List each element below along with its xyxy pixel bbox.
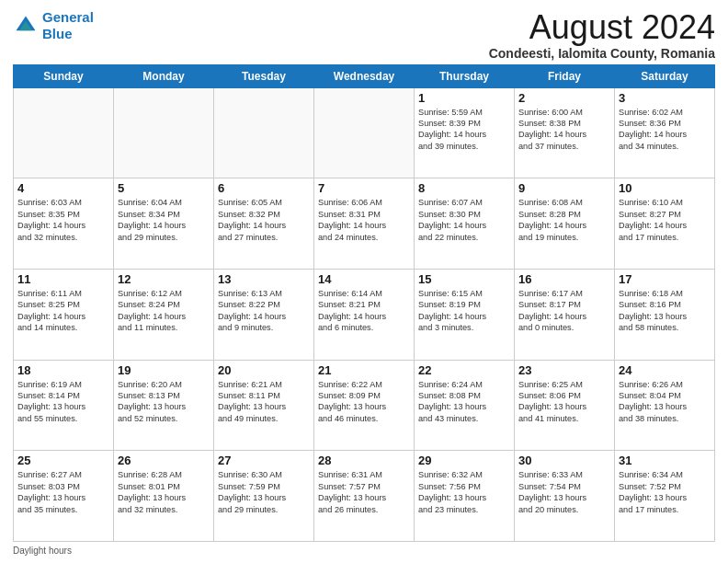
- col-header-monday: Monday: [114, 64, 214, 87]
- day-info: Sunrise: 6:19 AM Sunset: 8:14 PM Dayligh…: [17, 379, 109, 425]
- day-info: Sunrise: 6:18 AM Sunset: 8:16 PM Dayligh…: [619, 288, 711, 334]
- calendar-cell: [114, 87, 214, 178]
- day-number: 10: [619, 181, 711, 195]
- logo-text: General Blue: [42, 9, 94, 42]
- col-header-sunday: Sunday: [14, 64, 114, 87]
- day-number: 2: [518, 91, 610, 105]
- day-info: Sunrise: 6:24 AM Sunset: 8:08 PM Dayligh…: [418, 379, 510, 425]
- calendar-week-3: 18Sunrise: 6:19 AM Sunset: 8:14 PM Dayli…: [14, 360, 715, 451]
- day-info: Sunrise: 6:07 AM Sunset: 8:30 PM Dayligh…: [418, 197, 510, 243]
- day-info: Sunrise: 6:11 AM Sunset: 8:25 PM Dayligh…: [17, 288, 109, 334]
- calendar-table: SundayMondayTuesdayWednesdayThursdayFrid…: [13, 64, 715, 542]
- calendar-cell: 25Sunrise: 6:27 AM Sunset: 8:03 PM Dayli…: [14, 451, 114, 542]
- logo-line1: General: [42, 9, 94, 25]
- day-info: Sunrise: 6:22 AM Sunset: 8:09 PM Dayligh…: [318, 379, 410, 425]
- day-info: Sunrise: 6:27 AM Sunset: 8:03 PM Dayligh…: [17, 469, 109, 515]
- title-block: August 2024 Condeesti, Ialomita County, …: [489, 9, 715, 61]
- day-number: 17: [619, 272, 711, 286]
- day-number: 23: [518, 363, 610, 377]
- footer-note: Daylight hours: [13, 546, 715, 556]
- calendar-cell: 14Sunrise: 6:14 AM Sunset: 8:21 PM Dayli…: [314, 269, 415, 360]
- calendar-cell: 8Sunrise: 6:07 AM Sunset: 8:30 PM Daylig…: [415, 178, 515, 270]
- day-number: 28: [318, 454, 410, 467]
- calendar-cell: 20Sunrise: 6:21 AM Sunset: 8:11 PM Dayli…: [214, 360, 314, 451]
- logo-icon: [13, 13, 39, 39]
- calendar-cell: 26Sunrise: 6:28 AM Sunset: 8:01 PM Dayli…: [114, 451, 214, 542]
- day-number: 22: [418, 363, 510, 377]
- day-number: 27: [218, 454, 310, 467]
- day-number: 31: [619, 454, 711, 467]
- calendar-week-2: 11Sunrise: 6:11 AM Sunset: 8:25 PM Dayli…: [14, 269, 715, 360]
- calendar-cell: 9Sunrise: 6:08 AM Sunset: 8:28 PM Daylig…: [515, 178, 615, 270]
- calendar-cell: 4Sunrise: 6:03 AM Sunset: 8:35 PM Daylig…: [14, 178, 114, 270]
- calendar-cell: 21Sunrise: 6:22 AM Sunset: 8:09 PM Dayli…: [314, 360, 415, 451]
- day-number: 30: [518, 454, 610, 467]
- calendar-cell: 12Sunrise: 6:12 AM Sunset: 8:24 PM Dayli…: [114, 269, 214, 360]
- day-info: Sunrise: 6:25 AM Sunset: 8:06 PM Dayligh…: [518, 379, 610, 425]
- day-number: 21: [318, 363, 410, 377]
- col-header-wednesday: Wednesday: [314, 64, 415, 87]
- col-header-saturday: Saturday: [615, 64, 715, 87]
- day-number: 16: [518, 272, 610, 286]
- calendar-cell: 22Sunrise: 6:24 AM Sunset: 8:08 PM Dayli…: [415, 360, 515, 451]
- day-number: 8: [418, 181, 510, 195]
- day-info: Sunrise: 6:20 AM Sunset: 8:13 PM Dayligh…: [118, 379, 210, 425]
- calendar-cell: 31Sunrise: 6:34 AM Sunset: 7:52 PM Dayli…: [615, 451, 715, 542]
- day-number: 1: [418, 91, 510, 105]
- day-number: 26: [118, 454, 210, 467]
- day-number: 20: [218, 363, 310, 377]
- calendar-cell: 29Sunrise: 6:32 AM Sunset: 7:56 PM Dayli…: [415, 451, 515, 542]
- day-number: 9: [518, 181, 610, 195]
- calendar-cell: 27Sunrise: 6:30 AM Sunset: 7:59 PM Dayli…: [214, 451, 314, 542]
- calendar-header-row: SundayMondayTuesdayWednesdayThursdayFrid…: [14, 64, 715, 87]
- day-info: Sunrise: 6:30 AM Sunset: 7:59 PM Dayligh…: [218, 469, 310, 515]
- day-number: 11: [17, 272, 109, 286]
- calendar-cell: [314, 87, 415, 178]
- calendar-cell: 1Sunrise: 5:59 AM Sunset: 8:39 PM Daylig…: [415, 87, 515, 178]
- day-info: Sunrise: 6:03 AM Sunset: 8:35 PM Dayligh…: [17, 197, 109, 243]
- col-header-tuesday: Tuesday: [214, 64, 314, 87]
- calendar-cell: [214, 87, 314, 178]
- day-number: 25: [17, 454, 109, 467]
- day-number: 13: [218, 272, 310, 286]
- day-info: Sunrise: 5:59 AM Sunset: 8:39 PM Dayligh…: [418, 107, 510, 153]
- day-number: 18: [17, 363, 109, 377]
- col-header-thursday: Thursday: [415, 64, 515, 87]
- day-info: Sunrise: 6:05 AM Sunset: 8:32 PM Dayligh…: [218, 197, 310, 243]
- calendar-subtitle: Condeesti, Ialomita County, Romania: [489, 46, 715, 61]
- calendar-cell: 23Sunrise: 6:25 AM Sunset: 8:06 PM Dayli…: [515, 360, 615, 451]
- header: General Blue August 2024 Condeesti, Ialo…: [13, 9, 715, 61]
- col-header-friday: Friday: [515, 64, 615, 87]
- day-info: Sunrise: 6:34 AM Sunset: 7:52 PM Dayligh…: [619, 469, 711, 515]
- calendar-cell: 16Sunrise: 6:17 AM Sunset: 8:17 PM Dayli…: [515, 269, 615, 360]
- calendar-cell: [14, 87, 114, 178]
- day-info: Sunrise: 6:31 AM Sunset: 7:57 PM Dayligh…: [318, 469, 410, 515]
- day-number: 24: [619, 363, 711, 377]
- day-info: Sunrise: 6:13 AM Sunset: 8:22 PM Dayligh…: [218, 288, 310, 334]
- day-number: 4: [17, 181, 109, 195]
- calendar-cell: 24Sunrise: 6:26 AM Sunset: 8:04 PM Dayli…: [615, 360, 715, 451]
- calendar-title: August 2024: [489, 9, 715, 46]
- day-number: 19: [118, 363, 210, 377]
- day-info: Sunrise: 6:33 AM Sunset: 7:54 PM Dayligh…: [518, 469, 610, 515]
- calendar-cell: 15Sunrise: 6:15 AM Sunset: 8:19 PM Dayli…: [415, 269, 515, 360]
- day-number: 12: [118, 272, 210, 286]
- day-number: 7: [318, 181, 410, 195]
- day-number: 5: [118, 181, 210, 195]
- logo-line2: Blue: [42, 26, 73, 41]
- day-number: 3: [619, 91, 711, 105]
- calendar-cell: 6Sunrise: 6:05 AM Sunset: 8:32 PM Daylig…: [214, 178, 314, 270]
- calendar-cell: 19Sunrise: 6:20 AM Sunset: 8:13 PM Dayli…: [114, 360, 214, 451]
- calendar-cell: 10Sunrise: 6:10 AM Sunset: 8:27 PM Dayli…: [615, 178, 715, 270]
- day-number: 29: [418, 454, 510, 467]
- calendar-week-1: 4Sunrise: 6:03 AM Sunset: 8:35 PM Daylig…: [14, 178, 715, 270]
- day-info: Sunrise: 6:00 AM Sunset: 8:38 PM Dayligh…: [518, 107, 610, 153]
- calendar-cell: 28Sunrise: 6:31 AM Sunset: 7:57 PM Dayli…: [314, 451, 415, 542]
- day-info: Sunrise: 6:04 AM Sunset: 8:34 PM Dayligh…: [118, 197, 210, 243]
- day-info: Sunrise: 6:32 AM Sunset: 7:56 PM Dayligh…: [418, 469, 510, 515]
- calendar-cell: 18Sunrise: 6:19 AM Sunset: 8:14 PM Dayli…: [14, 360, 114, 451]
- day-info: Sunrise: 6:10 AM Sunset: 8:27 PM Dayligh…: [619, 197, 711, 243]
- day-number: 6: [218, 181, 310, 195]
- calendar-cell: 11Sunrise: 6:11 AM Sunset: 8:25 PM Dayli…: [14, 269, 114, 360]
- day-info: Sunrise: 6:28 AM Sunset: 8:01 PM Dayligh…: [118, 469, 210, 515]
